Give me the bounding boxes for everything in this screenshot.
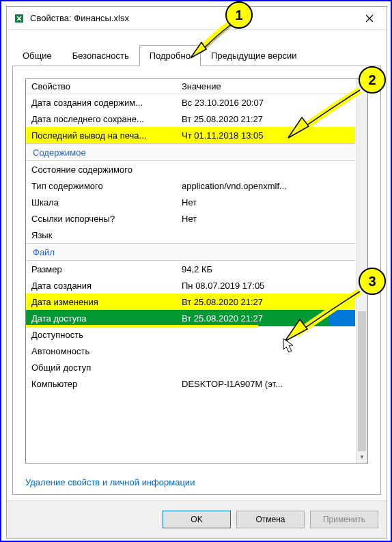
prop-label: Компьютер [26, 379, 176, 389]
cancel-button[interactable]: Отмена [236, 511, 305, 528]
table-row[interactable]: Компьютер DESKTOP-I1A907M (эт... [26, 375, 355, 392]
close-icon [365, 14, 374, 23]
table-row[interactable]: Язык [26, 227, 355, 243]
prop-value: Нет [176, 197, 355, 208]
table-row[interactable]: Дата изменения Вт 25.08.2020 21:27 [26, 294, 355, 310]
section-label: Содержимое [33, 147, 86, 158]
table-row[interactable]: Дата создания содержим... Вс 23.10.2016 … [26, 94, 355, 111]
section-content: Содержимое [26, 143, 355, 161]
prop-label: Автономность [26, 346, 176, 356]
prop-label: Дата доступа [26, 313, 176, 324]
window-title: Свойства: Финансы.xlsx [30, 13, 359, 23]
properties-list: Свойство Значение Дата создания содержим… [25, 79, 368, 463]
prop-label: Ссылки испорчены? [26, 214, 176, 224]
table-row[interactable]: Дата последнего сохране... Вт 25.08.2020… [26, 111, 355, 127]
prop-label: Дата последнего сохране... [26, 114, 176, 124]
table-row[interactable]: Размер 94,2 КБ [26, 261, 355, 277]
tab-panel-details: Свойство Значение Дата создания содержим… [12, 66, 381, 495]
prop-label: Последний вывод на печа... [26, 130, 176, 141]
prop-value: Вт 25.08.2020 21:27 [176, 313, 355, 324]
tab-general[interactable]: Общие [12, 45, 62, 66]
table-row[interactable]: Шкала Нет [26, 194, 355, 210]
prop-value: Пн 08.07.2019 17:05 [176, 281, 355, 291]
apply-button[interactable]: Применить [310, 511, 378, 528]
remove-properties-link[interactable]: Удаление свойств и личной информации [13, 470, 380, 494]
tab-details[interactable]: Подробно [139, 45, 201, 66]
scroll-thumb[interactable] [358, 311, 366, 463]
table-row[interactable]: Тип содержимого application/vnd.openxmlf… [26, 177, 355, 194]
prop-label: Шкала [26, 197, 176, 208]
prop-label: Дата создания содержим... [26, 98, 176, 108]
dialog-buttons: OK Отмена Применить [7, 500, 387, 538]
table-row[interactable]: Дата создания Пн 08.07.2019 17:05 [26, 277, 355, 294]
table-row[interactable]: Общий доступ [26, 359, 355, 375]
prop-value: Вс 23.10.2016 20:07 [176, 98, 355, 108]
prop-value: Чт 01.11.2018 13:05 [176, 130, 355, 141]
header-value[interactable]: Значение [176, 79, 355, 94]
prop-value: Вт 25.08.2020 21:27 [176, 114, 355, 124]
excel-icon [14, 13, 25, 24]
table-row[interactable]: Дата доступа Вт 25.08.2020 21:27 [26, 310, 355, 326]
table-row[interactable]: Последний вывод на печа... Чт 01.11.2018… [26, 127, 355, 143]
table-row[interactable]: Автономность [26, 343, 355, 359]
close-button[interactable] [359, 8, 380, 29]
prop-value: 94,2 КБ [176, 264, 355, 274]
prop-label: Доступность [26, 330, 176, 340]
scroll-up-icon: ▲ [356, 79, 367, 91]
scrollbar-vertical[interactable]: ▲ ▼ [356, 79, 367, 463]
ok-button[interactable]: OK [163, 511, 231, 528]
prop-label: Дата изменения [26, 297, 176, 307]
list-header: Свойство Значение [26, 79, 355, 94]
prop-label: Состояние содержимого [26, 165, 176, 175]
scroll-down-icon: ▼ [356, 451, 367, 463]
table-row[interactable]: Состояние содержимого [26, 161, 355, 177]
prop-label: Язык [26, 230, 176, 240]
titlebar: Свойства: Финансы.xlsx [7, 7, 387, 30]
prop-label: Тип содержимого [26, 181, 176, 191]
header-property[interactable]: Свойство [26, 79, 176, 94]
section-label: Файл [33, 247, 55, 257]
prop-label: Дата создания [26, 281, 176, 291]
prop-value: Нет [176, 214, 355, 224]
table-row[interactable]: Ссылки испорчены? Нет [26, 210, 355, 227]
tab-previous-versions[interactable]: Предыдущие версии [201, 45, 307, 66]
prop-label: Размер [26, 264, 176, 274]
table-row[interactable]: Доступность [26, 326, 355, 343]
prop-label: Общий доступ [26, 362, 176, 373]
prop-value: Вт 25.08.2020 21:27 [176, 297, 355, 307]
section-file: Файл [26, 243, 355, 261]
tab-security[interactable]: Безопасность [62, 45, 139, 66]
prop-value: DESKTOP-I1A907M (эт... [176, 379, 355, 389]
prop-value: application/vnd.openxmlf... [176, 181, 355, 191]
properties-dialog: Свойства: Финансы.xlsx Общие Безопасност… [6, 6, 387, 539]
tab-strip: Общие Безопасность Подробно Предыдущие в… [7, 45, 387, 66]
